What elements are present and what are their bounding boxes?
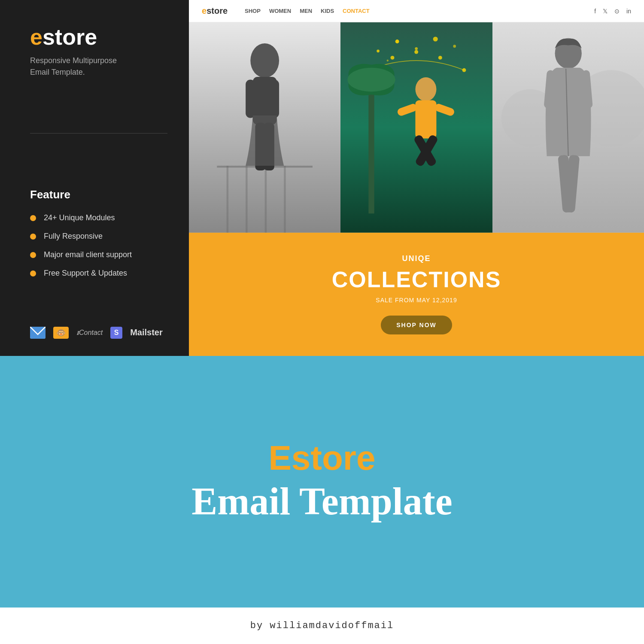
svg-point-17 — [433, 36, 438, 41]
byline-text: by williamdavidoffmail — [250, 620, 394, 631]
email-brand-store: store — [207, 6, 228, 15]
banner-title: COLLECTIONS — [206, 267, 627, 292]
divider — [30, 133, 167, 134]
bottom-section: Estore Email Template — [0, 356, 644, 608]
gallery-image-2 — [340, 22, 492, 233]
svg-point-14 — [377, 49, 380, 52]
image-gallery — [189, 22, 644, 233]
svg-point-22 — [415, 50, 419, 54]
svg-point-21 — [391, 56, 395, 60]
gallery-image-3 — [492, 22, 644, 233]
nav-contact: CONTACT — [343, 8, 370, 14]
bullet-icon — [30, 234, 36, 240]
feature-item-3: Major email client support — [44, 250, 132, 259]
providers-area: 🐵 ᵻContact S Mailster — [30, 327, 167, 339]
stripe-icon: S — [110, 327, 122, 339]
yellow-banner: UNIQE COLLECTIONS SALE FROM MAY 12,2019 … — [189, 233, 644, 356]
feature-list: 24+ Unique Modules Fully Responsive Majo… — [30, 213, 167, 278]
list-item: Free Support & Updates — [30, 269, 167, 278]
bullet-icon — [30, 252, 36, 258]
svg-rect-9 — [246, 80, 255, 118]
svg-point-28 — [348, 68, 395, 92]
bottom-title-main: Estore — [269, 438, 376, 478]
list-item: Major email client support — [30, 250, 167, 259]
gallery-image-1 — [189, 22, 340, 233]
svg-point-15 — [395, 39, 399, 43]
nav-men: MEN — [300, 8, 312, 14]
svg-rect-4 — [246, 166, 247, 233]
left-panel: estore Responsive Multipurpose Email Tem… — [0, 0, 189, 356]
top-section: estore Responsive Multipurpose Email Tem… — [0, 0, 644, 356]
feature-item-4: Free Support & Updates — [44, 269, 127, 278]
svg-rect-10 — [270, 80, 279, 118]
email-header: estore SHOP WOMEN MEN KIDS CONTACT f 𝕏 ⊙… — [189, 0, 644, 22]
feature-section: Feature 24+ Unique Modules Fully Respons… — [30, 188, 167, 287]
bottom-title-sub: Email Template — [191, 482, 453, 521]
bullet-icon — [30, 215, 36, 221]
svg-point-19 — [387, 60, 389, 61]
nav-kids: KIDS — [321, 8, 334, 14]
list-item: Fully Responsive — [30, 232, 167, 241]
feature-item-2: Fully Responsive — [44, 232, 103, 241]
page-wrapper: estore Responsive Multipurpose Email Tem… — [0, 0, 644, 644]
brand-name: estore — [30, 26, 167, 48]
brand-tagline: Responsive Multipurpose Email Template. — [30, 55, 167, 78]
list-item: 24+ Unique Modules — [30, 213, 167, 222]
email-brand-e: e — [202, 6, 207, 15]
svg-point-24 — [462, 68, 466, 72]
svg-rect-5 — [265, 166, 267, 233]
svg-point-23 — [438, 56, 442, 60]
svg-point-29 — [416, 77, 437, 101]
svg-rect-25 — [369, 80, 374, 214]
byline-strip: by williamdavidoffmail — [0, 608, 644, 644]
banner-subtitle: UNIQE — [206, 254, 627, 263]
svg-rect-3 — [227, 166, 228, 233]
right-panel: estore SHOP WOMEN MEN KIDS CONTACT f 𝕏 ⊙… — [189, 0, 644, 356]
svg-rect-30 — [416, 100, 437, 138]
email-brand: estore — [202, 6, 228, 16]
icontact-icon: ᵻContact — [76, 328, 103, 337]
brand-area: estore Responsive Multipurpose Email Tem… — [30, 26, 167, 78]
nav-shop: SHOP — [245, 8, 261, 14]
mailchimp-icon — [30, 327, 46, 339]
social-instagram: ⊙ — [614, 8, 620, 15]
feature-title: Feature — [30, 188, 167, 201]
social-linkedin: in — [626, 8, 631, 15]
social-facebook: f — [594, 8, 596, 15]
monkey-icon: 🐵 — [53, 327, 69, 339]
email-social: f 𝕏 ⊙ in — [594, 8, 631, 15]
brand-store: store — [43, 24, 97, 49]
svg-point-7 — [250, 43, 279, 78]
mailster-icon: Mailster — [130, 328, 163, 337]
svg-point-18 — [453, 45, 456, 48]
nav-women: WOMEN — [269, 8, 291, 14]
svg-point-16 — [415, 47, 418, 50]
shop-now-button[interactable]: SHOP NOW — [381, 316, 452, 334]
social-twitter: 𝕏 — [603, 8, 608, 15]
brand-e: e — [30, 24, 43, 49]
banner-date: SALE FROM MAY 12,2019 — [206, 297, 627, 304]
bullet-icon — [30, 270, 36, 276]
svg-rect-6 — [284, 166, 286, 233]
email-nav: SHOP WOMEN MEN KIDS CONTACT — [245, 8, 370, 14]
feature-item-1: 24+ Unique Modules — [44, 213, 115, 222]
